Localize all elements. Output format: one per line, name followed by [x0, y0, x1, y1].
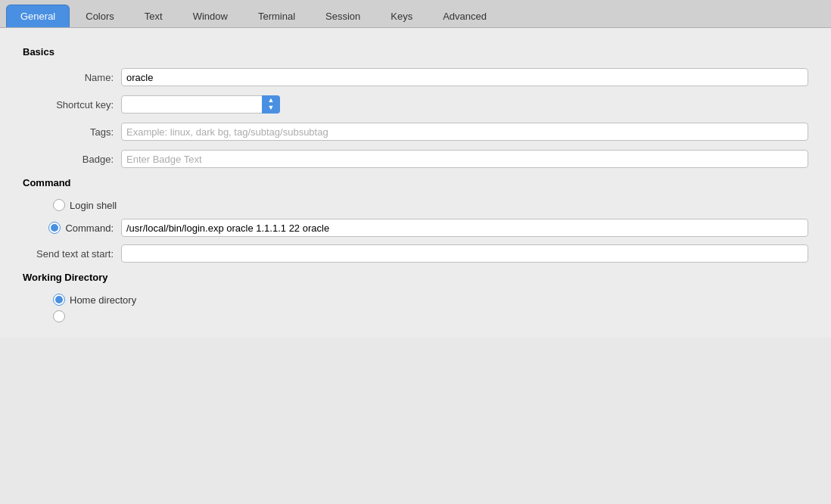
shortcut-label: Shortcut key: — [23, 99, 121, 110]
send-text-input[interactable] — [121, 244, 808, 263]
shortcut-row: Shortcut key: ▲ ▼ — [23, 95, 808, 114]
working-directory-title: Working Directory — [23, 272, 808, 283]
working-directory-section: Working Directory Home directory — [23, 272, 808, 322]
tab-colors[interactable]: Colors — [71, 5, 129, 27]
command-row: Command: — [23, 219, 808, 237]
badge-label: Badge: — [23, 154, 121, 165]
login-shell-radio-label: Login shell — [53, 199, 117, 211]
name-input[interactable] — [121, 68, 808, 86]
basics-title: Basics — [23, 46, 808, 58]
home-directory-radio[interactable] — [53, 294, 65, 306]
login-shell-radio[interactable] — [53, 199, 65, 211]
other-radio-row — [23, 310, 808, 322]
home-directory-row: Home directory — [23, 294, 808, 306]
tab-bar: General Colors Text Window Terminal Sess… — [0, 0, 831, 28]
send-text-row: Send text at start: — [23, 244, 808, 263]
tab-terminal[interactable]: Terminal — [244, 5, 310, 27]
tab-advanced[interactable]: Advanced — [428, 5, 501, 27]
shortcut-select-wrapper: ▲ ▼ — [121, 95, 280, 114]
name-row: Name: — [23, 68, 808, 86]
command-radio-label: Command: — [23, 222, 121, 234]
command-section: Command Login shell Command: Send text a… — [23, 177, 808, 263]
badge-input[interactable] — [121, 150, 808, 168]
basics-section: Basics Name: Shortcut key: ▲ ▼ — [23, 46, 808, 168]
command-radio[interactable] — [48, 222, 61, 234]
badge-row: Badge: — [23, 150, 808, 168]
content-area: Basics Name: Shortcut key: ▲ ▼ — [0, 28, 831, 338]
tab-text[interactable]: Text — [130, 5, 177, 27]
other-radio[interactable] — [53, 310, 65, 322]
tab-window[interactable]: Window — [179, 5, 242, 27]
tab-general[interactable]: General — [6, 5, 70, 27]
login-shell-text: Login shell — [70, 200, 117, 211]
command-input[interactable] — [121, 219, 808, 237]
tab-session[interactable]: Session — [311, 5, 375, 27]
tags-row: Tags: — [23, 123, 808, 141]
send-text-label: Send text at start: — [23, 248, 121, 260]
tags-input[interactable] — [121, 123, 808, 141]
name-label: Name: — [23, 72, 121, 83]
command-title: Command — [23, 177, 808, 188]
home-directory-text: Home directory — [70, 294, 136, 306]
command-label-text: Command: — [65, 222, 114, 234]
tags-label: Tags: — [23, 126, 121, 138]
login-shell-row: Login shell — [23, 199, 808, 211]
shortcut-select[interactable] — [121, 95, 280, 114]
tab-keys[interactable]: Keys — [376, 5, 427, 27]
